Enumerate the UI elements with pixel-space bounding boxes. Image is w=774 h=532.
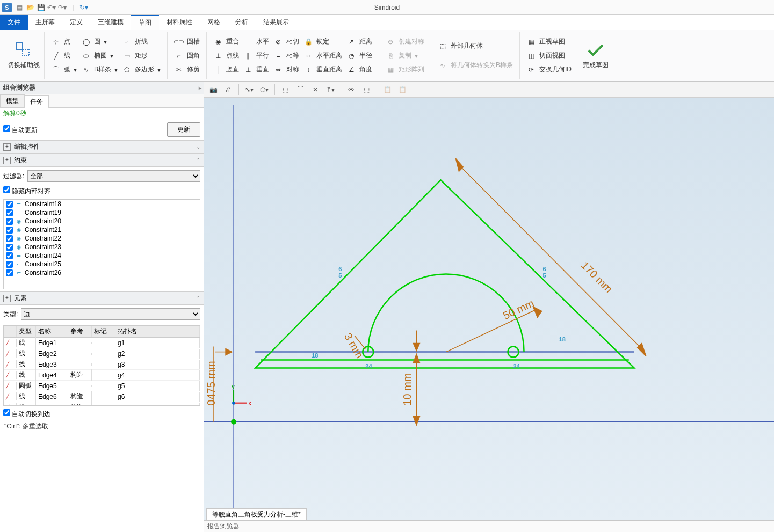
open-file-icon[interactable]: 📂 [26,3,34,12]
update-button[interactable]: 更新 [167,122,200,137]
table-row[interactable]: ╱线Edge2g2 [4,348,200,359]
menu-file[interactable]: 文件 [0,15,28,30]
hide-internal-check[interactable]: 隐藏内部对齐 [3,186,50,196]
expand-icon[interactable]: ▸ [199,85,201,91]
menu-sketch[interactable]: 草图 [131,15,159,30]
acc-constraints[interactable]: 约束⌃ [0,154,204,167]
save-file-icon[interactable]: 💾 [37,3,45,12]
menu-results[interactable]: 结果展示 [256,15,296,30]
edit-trim[interactable]: ✂修剪 [172,63,202,76]
constr-equal[interactable]: =相等 [271,49,301,62]
grid-vis-icon[interactable]: ⬚ [359,83,373,96]
constr-lock[interactable]: 🔒锁定 [301,35,344,48]
constraint-item[interactable]: ◉Constraint22 [4,234,200,243]
constr-parallel[interactable]: ∥平行 [241,49,271,62]
constraint-item[interactable]: =Constraint24 [4,251,200,260]
document-tab[interactable]: 等腰直角三角板受力分析-三维* [206,508,307,520]
menu-define[interactable]: 定义 [62,15,90,30]
acc-edit-controls[interactable]: 编辑控件⌄ [0,140,204,154]
draw-bspline[interactable]: ∿B样条▾ [79,63,120,76]
acc-elements[interactable]: 元素⌃ [0,291,204,305]
clip2-icon[interactable]: 📋 [395,83,409,96]
finish-sketch-icon[interactable] [587,41,605,60]
zoom-tool-icon[interactable]: ✕ [308,83,322,96]
edit-slot[interactable]: ⊂⊃圆槽 [172,35,202,48]
table-row[interactable]: ╱线Edge3g3 [4,359,200,370]
report-panel-header[interactable]: 报告浏览器 [204,520,774,532]
switch-auxline-icon[interactable] [15,41,33,60]
fit-icon[interactable]: ⛶ [293,83,307,96]
element-table[interactable]: 类型 名称 参考 标记 拓扑名 ╱线Edge1g1╱线Edge2g2╱线Edge… [3,325,200,406]
constr-angle[interactable]: ∠角度 [344,63,374,76]
swap-geom-id[interactable]: ⟳交换几何ID [524,63,574,76]
table-row[interactable]: ╱线Edge4构造g4 [4,370,200,381]
constraint-item[interactable]: —Constraint19 [4,208,200,217]
constr-vdist[interactable]: ↕垂直距离 [301,63,344,76]
undo-icon[interactable]: ↶▾ [47,3,56,12]
midpoint-icon: ⊥ [213,51,223,61]
ribbon-group-finish: 完成草图 [578,32,613,79]
constr-distance[interactable]: ↗距离 [344,35,374,48]
constraint-item[interactable]: ⌐Constraint26 [4,268,200,277]
camera-icon[interactable]: 📷 [206,83,220,96]
auto-switch-check[interactable]: 自动切换到边 [3,409,50,419]
constr-tangent[interactable]: ⊘相切 [271,35,301,48]
draw-polyline[interactable]: ⟋折线 [120,35,163,48]
menu-material[interactable]: 材料属性 [159,15,200,30]
constraint-item[interactable]: ◉Constraint20 [4,217,200,225]
table-row[interactable]: ╱线Edge6构造g6 [4,391,200,402]
draw-rect[interactable]: ▭矩形 [120,49,163,62]
clip1-icon[interactable]: 📋 [380,83,394,96]
constr-vertical[interactable]: │竖直 [211,63,241,76]
print-icon[interactable]: 🖨 [221,83,235,96]
menu-home[interactable]: 主屏幕 [28,15,62,30]
tab-model[interactable]: 模型 [0,94,25,107]
constr-coincident[interactable]: ◉重合 [211,35,241,48]
ellipse-icon: ⬭ [81,51,91,61]
draw-arc[interactable]: ⌒弧▾ [49,63,79,76]
view-front[interactable]: ▦正视草图 [524,35,574,48]
draw-polygon[interactable]: ⬠多边形▾ [120,63,163,76]
table-row[interactable]: ╱线Edge7构造g7 [4,402,200,406]
constraint-item[interactable]: ◉Constraint21 [4,225,200,234]
constr-midpoint[interactable]: ⊥点线 [211,49,241,62]
table-row[interactable]: ╱线Edge1g1 [4,338,200,348]
coincident-icon: ◉ [213,37,223,47]
constr-symmetric[interactable]: ⇔对称 [271,63,301,76]
menu-analysis[interactable]: 分析 [228,15,256,30]
menu-mesh[interactable]: 网格 [200,15,228,30]
refresh-icon[interactable]: ↻▾ [79,3,88,12]
constraint-list[interactable]: =Constraint18—Constraint19◉Constraint20◉… [3,199,200,289]
render-icon[interactable]: ⬡▾ [257,83,271,96]
draw-line[interactable]: ╱线 [49,49,79,62]
view-section[interactable]: ◫切面视图 [524,49,574,62]
draw-ellipse[interactable]: ⬭椭圆▾ [79,49,120,62]
auto-update-check[interactable]: 自动更新 [3,125,38,135]
axes-icon[interactable]: ⤡▾ [242,83,256,96]
redo-icon[interactable]: ↷▾ [58,3,67,12]
ribbon-group-external: ⬚外部几何体 ∿将几何体转换为B样条 [431,32,520,79]
filter-select[interactable]: 全部 [27,170,200,182]
constr-perpendicular[interactable]: ⊥垂直 [241,63,271,76]
type-select[interactable]: 边 [21,308,200,320]
constr-horizontal[interactable]: ─水平 [241,35,271,48]
new-file-icon[interactable]: ▤ [15,3,24,12]
bspline-icon: ∿ [81,65,91,75]
table-row[interactable]: ╱圆弧Edge5g5 [4,381,200,391]
front-icon: ▦ [526,37,536,47]
cs-icon[interactable]: ⤒▾ [323,83,337,96]
edit-fillet[interactable]: ⌐圆角 [172,49,202,62]
constraint-item[interactable]: ⌐Constraint25 [4,260,200,268]
box-select-icon[interactable]: ⬚ [278,83,292,96]
draw-point[interactable]: ⊹点 [49,35,79,48]
visibility-icon[interactable]: 👁 [344,83,358,96]
viewport[interactable]: 170 mm 50 mm 3 mm 10 mm 0475 mm [204,98,774,520]
draw-circle[interactable]: ◯圆▾ [79,35,120,48]
menu-3dmodel[interactable]: 三维建模 [90,15,131,30]
external-geom[interactable]: ⬚外部几何体 [436,40,515,53]
constr-hdist[interactable]: ↔水平距离 [301,49,344,62]
constraint-item[interactable]: =Constraint18 [4,200,200,208]
constr-radius[interactable]: ◔半径 [344,49,374,62]
tab-task[interactable]: 任务 [24,95,49,108]
constraint-item[interactable]: ◉Constraint23 [4,243,200,251]
